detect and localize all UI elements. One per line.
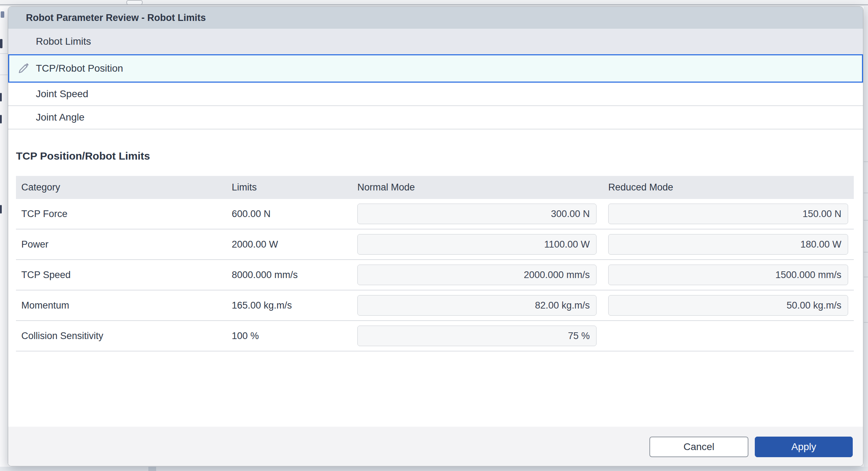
limit-value: 100 %: [232, 321, 259, 351]
category-label: Momentum: [21, 290, 69, 320]
category-label: Power: [21, 229, 49, 259]
nav-group-robot-limits: Robot Limits: [8, 29, 863, 54]
category-label: TCP Force: [21, 199, 67, 229]
table-body: TCP Force600.00 NPower2000.00 WTCP Speed…: [16, 199, 854, 351]
nav-item-tcp-robot-position[interactable]: TCP/Robot Position: [8, 54, 863, 83]
column-header-normal-mode: Normal Mode: [357, 176, 415, 199]
background-fragment: [0, 205, 2, 214]
table-row: TCP Force600.00 N: [16, 199, 854, 229]
reduced-mode-input[interactable]: [608, 295, 848, 316]
dialog-title-bar: Robot Parameter Review - Robot Limits: [8, 7, 863, 29]
background-fragment: [864, 252, 868, 253]
background-left-strip: [0, 6, 8, 471]
normal-mode-input[interactable]: [357, 326, 597, 346]
background-fragment: [864, 322, 868, 323]
background-fragment: [0, 39, 2, 48]
background-fragment: [0, 115, 2, 123]
screen: Robot Parameter Review - Robot Limits Ro…: [0, 0, 868, 471]
apply-button[interactable]: Apply: [755, 437, 853, 457]
limit-value: 600.00 N: [232, 199, 271, 229]
normal-mode-input[interactable]: [357, 265, 597, 285]
column-header-category: Category: [21, 176, 60, 199]
dialog-title: Robot Parameter Review - Robot Limits: [26, 7, 206, 29]
background-fragment: [864, 193, 868, 193]
column-header-reduced-mode: Reduced Mode: [608, 176, 673, 199]
background-fragment: [0, 53, 8, 54]
background-fragment: [0, 74, 8, 75]
background-fragment: [148, 467, 156, 471]
nav-item-label: TCP/Robot Position: [36, 55, 123, 82]
table-header-row: Category Limits Normal Mode Reduced Mode: [16, 176, 854, 199]
cancel-button[interactable]: Cancel: [649, 437, 748, 457]
column-header-limits: Limits: [232, 176, 257, 199]
section-title: TCP Position/Robot Limits: [16, 150, 150, 162]
nav-item-label: Joint Angle: [36, 106, 84, 129]
pencil-edit-icon: [17, 62, 30, 75]
reduced-mode-input[interactable]: [608, 204, 848, 224]
table-row: Momentum165.00 kg.m/s: [16, 290, 854, 321]
limits-table: Category Limits Normal Mode Reduced Mode…: [16, 176, 854, 351]
background-tab-fragment: [126, 0, 143, 5]
normal-mode-input[interactable]: [357, 295, 597, 316]
robot-parameter-review-dialog: Robot Parameter Review - Robot Limits Ro…: [8, 6, 863, 466]
nav-item-joint-angle[interactable]: Joint Angle: [8, 106, 863, 129]
background-fragment: [0, 93, 2, 101]
background-fragment: [1, 11, 4, 18]
limit-value: 8000.000 mm/s: [232, 260, 298, 290]
background-right-strip: [864, 6, 868, 467]
background-bottom-strip: [0, 467, 868, 471]
limit-value: 165.00 kg.m/s: [232, 290, 292, 320]
nav-group-label: Robot Limits: [36, 29, 91, 54]
table-row: Collision Sensitivity100 %: [16, 321, 854, 351]
nav-item-joint-speed[interactable]: Joint Speed: [8, 83, 863, 106]
category-label: TCP Speed: [21, 260, 71, 290]
reduced-mode-input[interactable]: [608, 234, 848, 255]
background-top-strip: [0, 0, 868, 6]
normal-mode-input[interactable]: [357, 234, 597, 255]
background-fragment: [864, 277, 868, 277]
table-row: TCP Speed8000.000 mm/s: [16, 260, 854, 290]
dialog-footer: Cancel Apply: [8, 427, 863, 466]
normal-mode-input[interactable]: [357, 204, 597, 224]
reduced-mode-input[interactable]: [608, 265, 848, 285]
nav-item-label: Joint Speed: [36, 83, 88, 105]
limit-value: 2000.00 W: [232, 229, 278, 259]
background-fragment: [864, 161, 868, 162]
category-label: Collision Sensitivity: [21, 321, 103, 351]
background-fragment: [864, 220, 868, 221]
table-row: Power2000.00 W: [16, 229, 854, 260]
